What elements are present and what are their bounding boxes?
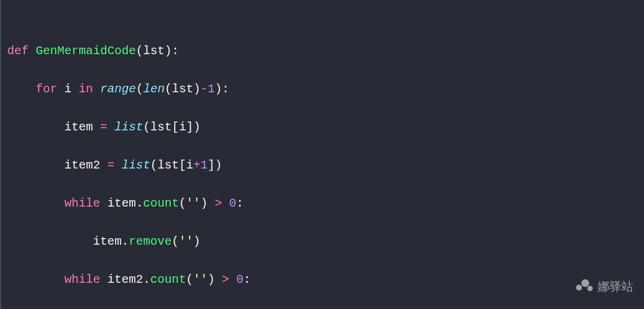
code-editor[interactable]: def GenMermaidCode(lst): for i in range(… [0,0,644,309]
code-line: item2 = list(lst[i+1]) [7,156,644,175]
builtin-range: range [100,82,136,96]
code-line: item = list(lst[i]) [7,118,644,137]
param-lst: lst [143,44,165,58]
code-line: while item.count('') > 0: [7,194,644,213]
builtin-list: list [114,120,143,134]
code-line: def GenMermaidCode(lst): [7,42,644,61]
method-count: count [143,196,179,210]
builtin-len: len [143,82,165,96]
code-line: for i in range(len(lst)-1): [7,80,644,99]
code-line: item.remove('') [7,232,644,251]
keyword-while: while [64,196,100,210]
keyword-def: def [7,44,29,58]
keyword-in: in [79,82,93,96]
keyword-for: for [36,82,57,96]
method-remove: remove [129,235,172,248]
code-line: while item2.count('') > 0: [7,270,644,289]
function-name: GenMermaidCode [36,44,136,58]
